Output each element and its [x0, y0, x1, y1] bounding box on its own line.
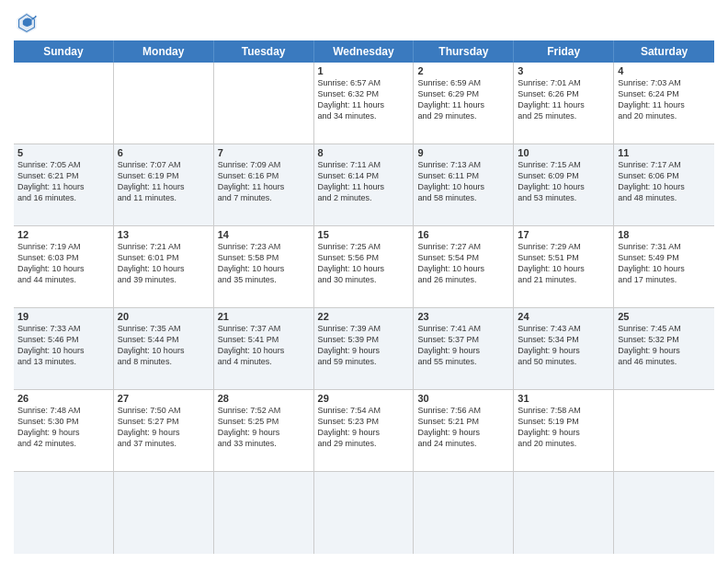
cal-cell-r0-c1: [114, 63, 214, 144]
cell-info: Sunrise: 7:05 AM Sunset: 6:21 PM Dayligh…: [17, 159, 109, 204]
cell-info: Sunrise: 7:41 AM Sunset: 5:37 PM Dayligh…: [417, 323, 509, 368]
logo-icon: [14, 9, 40, 35]
cal-row-5: [14, 472, 714, 554]
header-thursday: Thursday: [414, 40, 514, 63]
cal-cell-r2-c3: 15Sunrise: 7:25 AM Sunset: 5:56 PM Dayli…: [314, 226, 415, 307]
day-number: 23: [417, 311, 509, 322]
day-number: 18: [618, 229, 711, 240]
day-number: 20: [118, 311, 210, 322]
cal-cell-r2-c2: 14Sunrise: 7:23 AM Sunset: 5:58 PM Dayli…: [214, 226, 314, 307]
cal-cell-r0-c5: 3Sunrise: 7:01 AM Sunset: 6:26 PM Daylig…: [514, 63, 614, 144]
header-sunday: Sunday: [14, 40, 114, 63]
cell-info: Sunrise: 7:37 AM Sunset: 5:41 PM Dayligh…: [218, 323, 310, 368]
cell-info: Sunrise: 7:39 AM Sunset: 5:39 PM Dayligh…: [318, 323, 410, 368]
day-number: 13: [118, 229, 210, 240]
cal-cell-r5-c5: [514, 472, 614, 554]
cal-cell-r5-c3: [314, 472, 415, 554]
cal-cell-r5-c2: [214, 472, 314, 554]
day-number: 21: [218, 311, 310, 322]
day-number: 17: [518, 229, 609, 240]
cal-row-2: 12Sunrise: 7:19 AM Sunset: 6:03 PM Dayli…: [14, 226, 714, 308]
header-monday: Monday: [114, 40, 214, 63]
cell-info: Sunrise: 7:23 AM Sunset: 5:58 PM Dayligh…: [218, 241, 310, 286]
cell-info: Sunrise: 7:29 AM Sunset: 5:51 PM Dayligh…: [518, 241, 609, 286]
day-number: 19: [17, 311, 109, 322]
day-number: 6: [118, 147, 210, 158]
cell-info: Sunrise: 7:01 AM Sunset: 6:26 PM Dayligh…: [518, 77, 609, 122]
cell-info: Sunrise: 7:58 AM Sunset: 5:19 PM Dayligh…: [518, 405, 609, 450]
day-number: 14: [218, 229, 310, 240]
cal-cell-r2-c5: 17Sunrise: 7:29 AM Sunset: 5:51 PM Dayli…: [514, 226, 614, 307]
cell-info: Sunrise: 7:19 AM Sunset: 6:03 PM Dayligh…: [17, 241, 109, 286]
cell-info: Sunrise: 7:09 AM Sunset: 6:16 PM Dayligh…: [218, 159, 310, 204]
day-number: 31: [518, 393, 609, 404]
calendar-body: 1Sunrise: 6:57 AM Sunset: 6:32 PM Daylig…: [14, 63, 714, 554]
cal-cell-r1-c4: 9Sunrise: 7:13 AM Sunset: 6:11 PM Daylig…: [414, 144, 514, 225]
cal-cell-r4-c2: 28Sunrise: 7:52 AM Sunset: 5:25 PM Dayli…: [214, 390, 314, 471]
day-number: 8: [318, 147, 410, 158]
cal-cell-r4-c4: 30Sunrise: 7:56 AM Sunset: 5:21 PM Dayli…: [414, 390, 514, 471]
cell-info: Sunrise: 6:57 AM Sunset: 6:32 PM Dayligh…: [318, 77, 410, 122]
cal-cell-r4-c5: 31Sunrise: 7:58 AM Sunset: 5:19 PM Dayli…: [514, 390, 614, 471]
day-number: 3: [518, 65, 609, 76]
day-number: 24: [518, 311, 609, 322]
cal-cell-r5-c0: [14, 472, 114, 554]
cal-cell-r2-c0: 12Sunrise: 7:19 AM Sunset: 6:03 PM Dayli…: [14, 226, 114, 307]
day-number: 4: [618, 65, 711, 76]
day-number: 12: [17, 229, 109, 240]
cell-info: Sunrise: 7:27 AM Sunset: 5:54 PM Dayligh…: [417, 241, 509, 286]
day-number: 26: [17, 393, 109, 404]
cal-cell-r0-c0: [14, 63, 114, 144]
cell-info: Sunrise: 7:13 AM Sunset: 6:11 PM Dayligh…: [417, 159, 509, 204]
day-number: 5: [17, 147, 109, 158]
cal-cell-r5-c1: [114, 472, 214, 554]
day-number: 29: [318, 393, 410, 404]
cal-cell-r1-c3: 8Sunrise: 7:11 AM Sunset: 6:14 PM Daylig…: [314, 144, 415, 225]
cell-info: Sunrise: 7:50 AM Sunset: 5:27 PM Dayligh…: [118, 405, 210, 450]
cell-info: Sunrise: 7:48 AM Sunset: 5:30 PM Dayligh…: [17, 405, 109, 450]
cal-cell-r1-c6: 11Sunrise: 7:17 AM Sunset: 6:06 PM Dayli…: [614, 144, 714, 225]
day-number: 25: [618, 311, 711, 322]
cell-info: Sunrise: 7:21 AM Sunset: 6:01 PM Dayligh…: [118, 241, 210, 286]
cal-cell-r3-c3: 22Sunrise: 7:39 AM Sunset: 5:39 PM Dayli…: [314, 308, 415, 389]
page: SundayMondayTuesdayWednesdayThursdayFrid…: [0, 0, 728, 563]
day-number: 11: [618, 147, 711, 158]
cal-row-1: 5Sunrise: 7:05 AM Sunset: 6:21 PM Daylig…: [14, 144, 714, 226]
cal-cell-r5-c4: [414, 472, 514, 554]
cell-info: Sunrise: 7:31 AM Sunset: 5:49 PM Dayligh…: [618, 241, 711, 286]
day-number: 2: [417, 65, 509, 76]
cell-info: Sunrise: 7:03 AM Sunset: 6:24 PM Dayligh…: [618, 77, 711, 122]
cell-info: Sunrise: 7:52 AM Sunset: 5:25 PM Dayligh…: [218, 405, 310, 450]
cal-cell-r1-c5: 10Sunrise: 7:15 AM Sunset: 6:09 PM Dayli…: [514, 144, 614, 225]
cal-cell-r3-c6: 25Sunrise: 7:45 AM Sunset: 5:32 PM Dayli…: [614, 308, 714, 389]
cal-cell-r3-c5: 24Sunrise: 7:43 AM Sunset: 5:34 PM Dayli…: [514, 308, 614, 389]
cal-cell-r3-c4: 23Sunrise: 7:41 AM Sunset: 5:37 PM Dayli…: [414, 308, 514, 389]
day-number: 7: [218, 147, 310, 158]
cal-cell-r0-c4: 2Sunrise: 6:59 AM Sunset: 6:29 PM Daylig…: [414, 63, 514, 144]
cell-info: Sunrise: 7:33 AM Sunset: 5:46 PM Dayligh…: [17, 323, 109, 368]
cal-row-4: 26Sunrise: 7:48 AM Sunset: 5:30 PM Dayli…: [14, 390, 714, 472]
cal-cell-r2-c4: 16Sunrise: 7:27 AM Sunset: 5:54 PM Dayli…: [414, 226, 514, 307]
day-number: 30: [417, 393, 509, 404]
calendar: SundayMondayTuesdayWednesdayThursdayFrid…: [14, 40, 714, 554]
cell-info: Sunrise: 7:45 AM Sunset: 5:32 PM Dayligh…: [618, 323, 711, 368]
cell-info: Sunrise: 7:11 AM Sunset: 6:14 PM Dayligh…: [318, 159, 410, 204]
header-friday: Friday: [514, 40, 614, 63]
cal-cell-r3-c1: 20Sunrise: 7:35 AM Sunset: 5:44 PM Dayli…: [114, 308, 214, 389]
cal-cell-r4-c0: 26Sunrise: 7:48 AM Sunset: 5:30 PM Dayli…: [14, 390, 114, 471]
header: [14, 9, 714, 35]
header-wednesday: Wednesday: [314, 40, 415, 63]
cell-info: Sunrise: 7:17 AM Sunset: 6:06 PM Dayligh…: [618, 159, 711, 204]
day-number: 28: [218, 393, 310, 404]
cell-info: Sunrise: 7:54 AM Sunset: 5:23 PM Dayligh…: [318, 405, 410, 450]
day-number: 9: [417, 147, 509, 158]
day-number: 27: [118, 393, 210, 404]
cell-info: Sunrise: 7:43 AM Sunset: 5:34 PM Dayligh…: [518, 323, 609, 368]
cell-info: Sunrise: 7:35 AM Sunset: 5:44 PM Dayligh…: [118, 323, 210, 368]
header-saturday: Saturday: [614, 40, 714, 63]
cal-cell-r4-c6: [614, 390, 714, 471]
day-number: 22: [318, 311, 410, 322]
cal-cell-r2-c1: 13Sunrise: 7:21 AM Sunset: 6:01 PM Dayli…: [114, 226, 214, 307]
cal-cell-r1-c2: 7Sunrise: 7:09 AM Sunset: 6:16 PM Daylig…: [214, 144, 314, 225]
cell-info: Sunrise: 6:59 AM Sunset: 6:29 PM Dayligh…: [417, 77, 509, 122]
